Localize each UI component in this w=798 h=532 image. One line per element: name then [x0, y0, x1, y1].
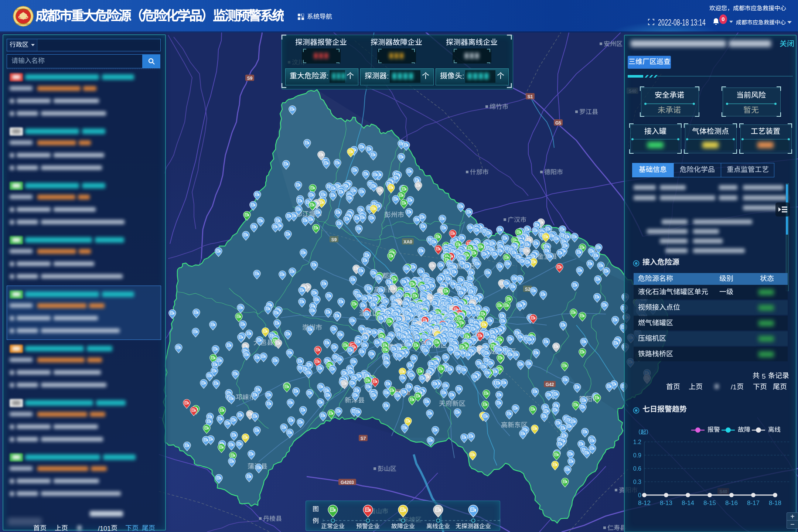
svg-text:EMERGENCY: EMERGENCY — [16, 8, 31, 11]
svg-text:G42: G42 — [546, 382, 554, 387]
svg-text:0.3: 0.3 — [633, 479, 641, 485]
svg-text:G4203: G4203 — [341, 480, 354, 485]
svg-text:8-15: 8-15 — [703, 499, 716, 507]
svg-text:8-14: 8-14 — [682, 499, 694, 507]
svg-text:0.6: 0.6 — [633, 466, 641, 472]
svg-text:S7: S7 — [361, 436, 366, 441]
svg-text:0: 0 — [638, 492, 641, 498]
svg-text:8-17: 8-17 — [747, 499, 760, 507]
svg-text:S9: S9 — [331, 237, 337, 242]
svg-text:1.2: 1.2 — [633, 439, 641, 445]
svg-text:XA0: XA0 — [403, 239, 412, 245]
svg-text:8-12: 8-12 — [638, 499, 651, 507]
svg-text:8-18: 8-18 — [769, 499, 781, 507]
svg-text:MANAGEMENT: MANAGEMENT — [15, 23, 31, 25]
svg-text:S9: S9 — [247, 76, 253, 81]
svg-text:8-13: 8-13 — [660, 499, 672, 507]
svg-text:S2: S2 — [525, 287, 531, 292]
svg-text:8-16: 8-16 — [725, 499, 738, 507]
svg-text:0.9: 0.9 — [633, 452, 641, 458]
svg-text:G5: G5 — [555, 120, 561, 126]
svg-text:S1: S1 — [528, 94, 533, 99]
